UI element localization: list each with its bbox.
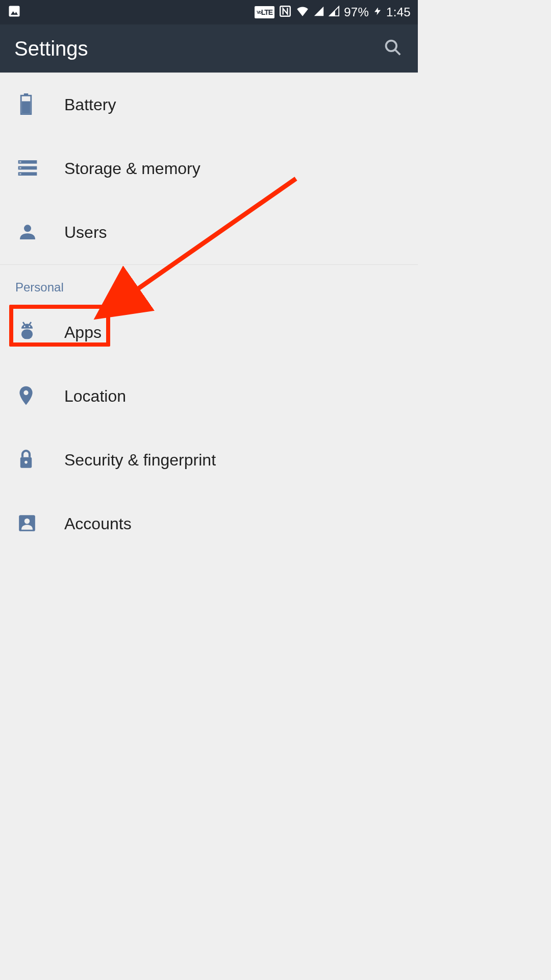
svg-line-15	[23, 322, 24, 325]
svg-point-20	[23, 390, 28, 395]
picture-icon	[7, 4, 21, 20]
svg-rect-13	[19, 173, 21, 174]
svg-line-16	[30, 322, 31, 325]
signal1-icon	[313, 6, 324, 19]
user-icon	[17, 222, 38, 244]
settings-list: Battery Storage & memory Users	[0, 73, 418, 556]
section-header-personal: Personal	[0, 265, 418, 301]
android-icon	[17, 321, 37, 345]
status-bar: VoLTE 97% 1:45	[0, 0, 418, 24]
settings-item-label: Users	[64, 223, 107, 242]
page-title: Settings	[14, 37, 383, 60]
settings-item-label: Accounts	[64, 514, 132, 533]
svg-rect-19	[21, 329, 33, 339]
svg-rect-11	[19, 167, 21, 168]
battery-percent: 97%	[344, 5, 369, 19]
location-icon	[17, 385, 35, 408]
svg-line-4	[395, 50, 400, 55]
search-icon	[383, 38, 403, 57]
app-bar: Settings	[0, 24, 418, 72]
search-button[interactable]	[383, 38, 403, 59]
signal2-icon	[329, 6, 340, 19]
svg-rect-9	[19, 161, 21, 162]
charging-icon	[373, 5, 382, 20]
svg-point-3	[386, 41, 397, 52]
wifi-icon	[296, 5, 309, 20]
settings-item-label: Security & fingerprint	[64, 451, 216, 470]
nfc-icon	[279, 5, 292, 20]
settings-item-apps[interactable]: Apps	[0, 301, 418, 364]
svg-rect-0	[9, 6, 20, 17]
svg-point-18	[29, 326, 30, 327]
svg-point-17	[24, 326, 26, 327]
storage-icon	[17, 159, 38, 179]
settings-item-accounts[interactable]: Accounts	[0, 492, 418, 556]
settings-item-security[interactable]: Security & fingerprint	[0, 428, 418, 492]
svg-rect-7	[22, 101, 31, 113]
settings-item-label: Apps	[64, 323, 102, 342]
volte-badge: VoLTE	[255, 6, 274, 18]
clock: 1:45	[386, 5, 411, 19]
settings-item-users[interactable]: Users	[0, 201, 418, 264]
lock-icon	[17, 449, 35, 472]
svg-point-24	[24, 518, 30, 523]
settings-item-storage[interactable]: Storage & memory	[0, 137, 418, 201]
settings-item-label: Location	[64, 387, 126, 406]
settings-item-label: Battery	[64, 95, 116, 114]
settings-item-location[interactable]: Location	[0, 364, 418, 428]
battery-icon	[17, 93, 35, 117]
svg-point-14	[24, 225, 31, 232]
svg-point-22	[24, 460, 28, 463]
account-icon	[17, 513, 37, 535]
settings-item-battery[interactable]: Battery	[0, 73, 418, 137]
settings-item-label: Storage & memory	[64, 159, 201, 178]
